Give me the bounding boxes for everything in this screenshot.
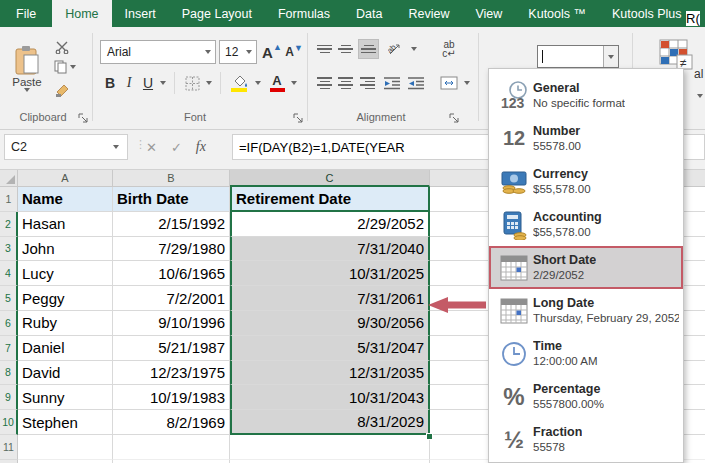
- cut-button[interactable]: [52, 39, 72, 55]
- decrease-font-size-button[interactable]: A▼: [284, 40, 304, 64]
- fill-color-button[interactable]: [227, 71, 251, 95]
- row-header-10[interactable]: 10: [0, 410, 18, 435]
- cell-a11[interactable]: [18, 435, 113, 460]
- menu-item-general[interactable]: 123 General No specific format: [489, 74, 683, 117]
- copy-button[interactable]: [50, 59, 80, 75]
- wrap-text-button[interactable]: ab c↵: [437, 37, 461, 61]
- orientation-button[interactable]: ab: [384, 39, 408, 59]
- align-center-button[interactable]: [337, 76, 354, 90]
- tab-kutools[interactable]: Kutools ™: [515, 0, 599, 27]
- row-header-1[interactable]: 1: [0, 187, 18, 212]
- row-header-8[interactable]: 8: [0, 361, 18, 386]
- tab-page-layout[interactable]: Page Layout: [169, 0, 265, 27]
- font-name-combobox[interactable]: Arial: [100, 40, 216, 64]
- column-header-b[interactable]: B: [113, 170, 230, 187]
- cell-b2[interactable]: 2/15/1992: [113, 212, 230, 237]
- merge-center-caret-icon[interactable]: [461, 73, 472, 93]
- menu-item-long-date[interactable]: Long Date Thursday, February 29, 2052: [489, 289, 683, 332]
- tab-formulas[interactable]: Formulas: [265, 0, 343, 27]
- font-size-caret-icon[interactable]: [241, 41, 256, 63]
- cell-c4[interactable]: 10/31/2025: [230, 261, 430, 286]
- italic-button[interactable]: I: [121, 72, 137, 94]
- name-box[interactable]: C2: [4, 134, 128, 160]
- cell-c10[interactable]: 8/31/2029: [230, 410, 430, 435]
- row-header-7[interactable]: 7: [0, 336, 18, 361]
- cell-c2-active[interactable]: 2/29/2052: [230, 212, 430, 237]
- row-header-6[interactable]: 6: [0, 311, 18, 336]
- cell-b8[interactable]: 12/23/1975: [113, 361, 230, 386]
- font-color-button[interactable]: A: [267, 71, 287, 95]
- borders-caret-icon[interactable]: [203, 72, 215, 94]
- bold-button[interactable]: B: [101, 72, 119, 94]
- menu-item-time[interactable]: Time 12:00:00 AM: [489, 332, 683, 375]
- tab-file[interactable]: File: [0, 0, 52, 27]
- formula-bar-grip[interactable]: ⋮: [135, 138, 146, 156]
- decrease-indent-button[interactable]: [381, 74, 403, 92]
- cell-a4[interactable]: Lucy: [18, 261, 113, 286]
- fill-color-caret-icon[interactable]: [252, 72, 264, 94]
- cell-b1[interactable]: Birth Date: [113, 187, 230, 212]
- menu-item-currency[interactable]: Currency $55,578.00: [489, 160, 683, 203]
- menu-item-number[interactable]: 12 Number 55578.00: [489, 117, 683, 160]
- tab-insert[interactable]: Insert: [112, 0, 169, 27]
- cell-b4[interactable]: 10/6/1965: [113, 261, 230, 286]
- align-middle-button[interactable]: [337, 42, 354, 56]
- align-top-button[interactable]: [316, 42, 333, 56]
- align-bottom-button[interactable]: [358, 39, 379, 59]
- enter-button[interactable]: ✓: [171, 140, 182, 155]
- cell-b7[interactable]: 5/21/1987: [113, 336, 230, 361]
- clipboard-dialog-launcher[interactable]: [78, 113, 89, 124]
- column-header-a[interactable]: A: [18, 170, 113, 187]
- number-format-combobox[interactable]: [537, 45, 619, 68]
- cell-c1[interactable]: Retirement Date: [230, 187, 430, 212]
- align-left-button[interactable]: [316, 76, 333, 90]
- select-all-corner[interactable]: [0, 170, 18, 187]
- column-header-c[interactable]: C: [230, 170, 430, 187]
- cell-b11[interactable]: [113, 435, 230, 460]
- row-header-11[interactable]: 11: [0, 435, 18, 460]
- tab-data[interactable]: Data: [343, 0, 395, 27]
- underline-caret-icon[interactable]: [157, 72, 169, 94]
- cell-b3[interactable]: 7/29/1980: [113, 237, 230, 262]
- alignment-dialog-launcher[interactable]: [449, 113, 460, 124]
- cancel-button[interactable]: ✕: [146, 140, 157, 155]
- tab-kutools-plus[interactable]: Kutools Plus: [599, 0, 694, 27]
- cell-b9[interactable]: 10/19/1983: [113, 385, 230, 410]
- cell-a3[interactable]: John: [18, 237, 113, 262]
- cell-c11[interactable]: [230, 435, 430, 460]
- cell-c3[interactable]: 7/31/2040: [230, 237, 430, 262]
- row-header-4[interactable]: 4: [0, 261, 18, 286]
- cell-a8[interactable]: David: [18, 361, 113, 386]
- selection-fill-handle[interactable]: [426, 433, 433, 440]
- align-right-button[interactable]: [358, 76, 375, 90]
- paste-button[interactable]: Paste: [8, 37, 46, 101]
- cell-c8[interactable]: 12/31/2035: [230, 361, 430, 386]
- cell-c5[interactable]: 7/31/2061: [230, 286, 430, 311]
- cell-b5[interactable]: 7/2/2001: [113, 286, 230, 311]
- increase-indent-button[interactable]: [405, 74, 427, 92]
- row-header-2[interactable]: 2: [0, 212, 18, 237]
- orientation-caret-icon[interactable]: [408, 39, 419, 59]
- merge-center-button[interactable]: [437, 73, 461, 93]
- tab-view[interactable]: View: [462, 0, 515, 27]
- borders-button[interactable]: [181, 72, 203, 94]
- font-size-combobox[interactable]: 12: [219, 40, 257, 64]
- cell-a5[interactable]: Peggy: [18, 286, 113, 311]
- tab-home[interactable]: Home: [52, 0, 111, 27]
- cell-b10[interactable]: 8/2/1969: [113, 410, 230, 435]
- cell-c9[interactable]: 10/31/2043: [230, 385, 430, 410]
- font-name-caret-icon[interactable]: [200, 41, 215, 63]
- cell-a2[interactable]: Hasan: [18, 212, 113, 237]
- cell-c7[interactable]: 5/31/2047: [230, 336, 430, 361]
- cell-a10[interactable]: Stephen: [18, 410, 113, 435]
- row-header-9[interactable]: 9: [0, 385, 18, 410]
- increase-font-size-button[interactable]: A▲: [261, 40, 283, 64]
- row-header-3[interactable]: 3: [0, 237, 18, 262]
- cell-a9[interactable]: Sunny: [18, 385, 113, 410]
- cell-c6[interactable]: 9/30/2056: [230, 311, 430, 336]
- cell-a6[interactable]: Ruby: [18, 311, 113, 336]
- font-color-caret-icon[interactable]: [288, 72, 300, 94]
- cell-a1[interactable]: Name: [18, 187, 113, 212]
- conditional-formatting-caret-icon[interactable]: [697, 87, 703, 101]
- row-header-5[interactable]: 5: [0, 286, 18, 311]
